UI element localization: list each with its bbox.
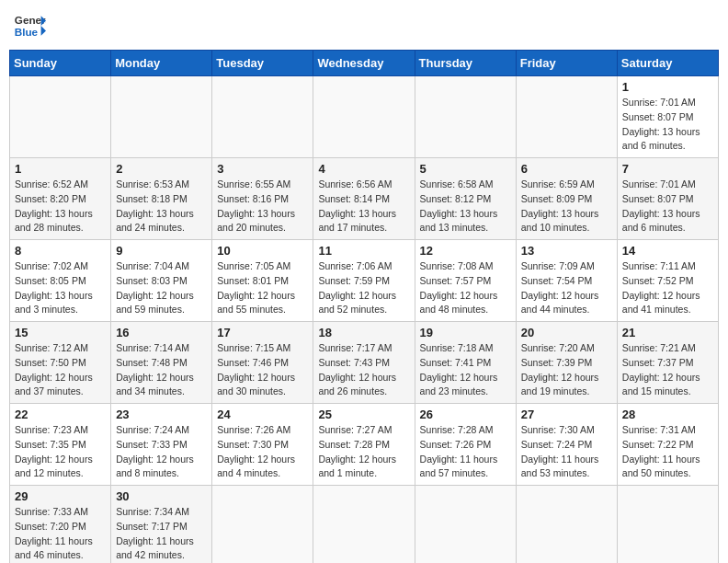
calendar-cell	[313, 486, 415, 564]
day-info: Sunrise: 7:12 AMSunset: 7:50 PMDaylight:…	[15, 341, 106, 399]
calendar-cell: 6 Sunrise: 6:59 AMSunset: 8:09 PMDayligh…	[516, 158, 617, 240]
calendar-cell: 7 Sunrise: 7:01 AMSunset: 8:07 PMDayligh…	[617, 158, 718, 240]
calendar-week-0: 1 Sunrise: 7:01 AMSunset: 8:07 PMDayligh…	[10, 76, 719, 158]
calendar-cell: 18 Sunrise: 7:17 AMSunset: 7:43 PMDaylig…	[313, 322, 415, 404]
calendar-cell: 1 Sunrise: 7:01 AMSunset: 8:07 PMDayligh…	[617, 76, 718, 158]
day-number: 11	[318, 244, 409, 258]
day-number: 18	[318, 326, 409, 339]
calendar-cell	[617, 486, 718, 564]
calendar-week-4: 22 Sunrise: 7:23 AMSunset: 7:35 PMDaylig…	[10, 404, 719, 486]
day-info: Sunrise: 6:58 AMSunset: 8:12 PMDaylight:…	[420, 178, 511, 236]
day-number: 15	[15, 326, 106, 339]
calendar-cell: 10 Sunrise: 7:05 AMSunset: 8:01 PMDaylig…	[212, 240, 313, 322]
calendar-cell: 19 Sunrise: 7:18 AMSunset: 7:41 PMDaylig…	[415, 322, 516, 404]
calendar-week-2: 8 Sunrise: 7:02 AMSunset: 8:05 PMDayligh…	[10, 240, 719, 322]
day-number: 25	[318, 408, 409, 421]
day-number: 13	[521, 244, 612, 258]
day-info: Sunrise: 7:06 AMSunset: 7:59 PMDaylight:…	[318, 259, 409, 317]
day-number: 8	[15, 244, 106, 258]
calendar-cell: 22 Sunrise: 7:23 AMSunset: 7:35 PMDaylig…	[10, 404, 111, 486]
day-number: 1	[15, 162, 106, 176]
day-number: 21	[622, 326, 713, 339]
day-info: Sunrise: 7:04 AMSunset: 8:03 PMDaylight:…	[116, 259, 207, 317]
day-info: Sunrise: 7:26 AMSunset: 7:30 PMDaylight:…	[217, 423, 308, 481]
day-number: 5	[420, 162, 511, 176]
calendar-cell: 17 Sunrise: 7:15 AMSunset: 7:46 PMDaylig…	[212, 322, 313, 404]
calendar-week-1: 1 Sunrise: 6:52 AMSunset: 8:20 PMDayligh…	[10, 158, 719, 240]
dow-header-sunday: Sunday	[10, 51, 111, 76]
calendar-cell: 25 Sunrise: 7:27 AMSunset: 7:28 PMDaylig…	[313, 404, 415, 486]
calendar-cell	[415, 76, 516, 158]
day-info: Sunrise: 7:09 AMSunset: 7:54 PMDaylight:…	[521, 259, 612, 317]
calendar-cell: 27 Sunrise: 7:30 AMSunset: 7:24 PMDaylig…	[516, 404, 617, 486]
day-number: 16	[116, 326, 207, 339]
day-number: 4	[318, 162, 409, 176]
day-number: 2	[116, 162, 207, 176]
calendar-cell	[516, 486, 617, 564]
calendar-cell: 23 Sunrise: 7:24 AMSunset: 7:33 PMDaylig…	[111, 404, 212, 486]
page-header: General Blue	[9, 9, 719, 42]
day-info: Sunrise: 7:18 AMSunset: 7:41 PMDaylight:…	[420, 341, 511, 399]
day-info: Sunrise: 7:34 AMSunset: 7:17 PMDaylight:…	[116, 505, 207, 563]
logo-icon: General Blue	[13, 9, 46, 42]
day-number: 12	[420, 244, 511, 258]
day-info: Sunrise: 7:24 AMSunset: 7:33 PMDaylight:…	[116, 423, 207, 481]
dow-header-tuesday: Tuesday	[212, 51, 313, 76]
day-info: Sunrise: 6:52 AMSunset: 8:20 PMDaylight:…	[15, 178, 106, 236]
day-number: 3	[217, 162, 308, 176]
calendar-cell	[212, 486, 313, 564]
day-number: 30	[116, 489, 207, 503]
calendar-cell: 4 Sunrise: 6:56 AMSunset: 8:14 PMDayligh…	[313, 158, 415, 240]
day-info: Sunrise: 7:28 AMSunset: 7:26 PMDaylight:…	[420, 423, 511, 481]
calendar-cell	[516, 76, 617, 158]
day-number: 23	[116, 408, 207, 421]
day-info: Sunrise: 7:21 AMSunset: 7:37 PMDaylight:…	[622, 341, 713, 399]
day-number: 22	[15, 408, 106, 421]
day-info: Sunrise: 6:56 AMSunset: 8:14 PMDaylight:…	[318, 178, 409, 236]
day-number: 26	[420, 408, 511, 421]
day-number: 10	[217, 244, 308, 258]
dow-header-saturday: Saturday	[617, 51, 718, 76]
day-number: 14	[622, 244, 713, 258]
calendar-cell: 3 Sunrise: 6:55 AMSunset: 8:16 PMDayligh…	[212, 158, 313, 240]
calendar-cell	[212, 76, 313, 158]
calendar-cell	[415, 486, 516, 564]
calendar-cell: 30 Sunrise: 7:34 AMSunset: 7:17 PMDaylig…	[111, 486, 212, 564]
day-info: Sunrise: 7:15 AMSunset: 7:46 PMDaylight:…	[217, 341, 308, 399]
day-number: 29	[15, 489, 106, 503]
dow-header-wednesday: Wednesday	[313, 51, 415, 76]
day-info: Sunrise: 6:55 AMSunset: 8:16 PMDaylight:…	[217, 178, 308, 236]
day-info: Sunrise: 7:17 AMSunset: 7:43 PMDaylight:…	[318, 341, 409, 399]
day-info: Sunrise: 7:27 AMSunset: 7:28 PMDaylight:…	[318, 423, 409, 481]
calendar-table: SundayMondayTuesdayWednesdayThursdayFrid…	[9, 50, 719, 563]
day-info: Sunrise: 7:20 AMSunset: 7:39 PMDaylight:…	[521, 341, 612, 399]
calendar-cell	[111, 76, 212, 158]
day-info: Sunrise: 7:01 AMSunset: 8:07 PMDaylight:…	[622, 178, 713, 236]
day-number: 24	[217, 408, 308, 421]
day-number: 7	[622, 162, 713, 176]
calendar-cell	[10, 76, 111, 158]
day-number: 1	[622, 80, 713, 94]
day-info: Sunrise: 7:02 AMSunset: 8:05 PMDaylight:…	[15, 259, 106, 317]
dow-header-friday: Friday	[516, 51, 617, 76]
calendar-cell: 11 Sunrise: 7:06 AMSunset: 7:59 PMDaylig…	[313, 240, 415, 322]
day-info: Sunrise: 7:08 AMSunset: 7:57 PMDaylight:…	[420, 259, 511, 317]
calendar-cell: 1 Sunrise: 6:52 AMSunset: 8:20 PMDayligh…	[10, 158, 111, 240]
day-number: 20	[521, 326, 612, 339]
calendar-cell: 15 Sunrise: 7:12 AMSunset: 7:50 PMDaylig…	[10, 322, 111, 404]
day-number: 17	[217, 326, 308, 339]
calendar-week-5: 29 Sunrise: 7:33 AMSunset: 7:20 PMDaylig…	[10, 486, 719, 564]
day-number: 28	[622, 408, 713, 421]
day-info: Sunrise: 7:11 AMSunset: 7:52 PMDaylight:…	[622, 259, 713, 317]
day-number: 19	[420, 326, 511, 339]
calendar-cell: 26 Sunrise: 7:28 AMSunset: 7:26 PMDaylig…	[415, 404, 516, 486]
calendar-cell: 29 Sunrise: 7:33 AMSunset: 7:20 PMDaylig…	[10, 486, 111, 564]
day-info: Sunrise: 6:53 AMSunset: 8:18 PMDaylight:…	[116, 178, 207, 236]
day-number: 9	[116, 244, 207, 258]
dow-header-monday: Monday	[111, 51, 212, 76]
calendar-cell: 13 Sunrise: 7:09 AMSunset: 7:54 PMDaylig…	[516, 240, 617, 322]
calendar-cell: 20 Sunrise: 7:20 AMSunset: 7:39 PMDaylig…	[516, 322, 617, 404]
svg-text:Blue: Blue	[15, 26, 39, 38]
dow-header-thursday: Thursday	[415, 51, 516, 76]
day-info: Sunrise: 7:30 AMSunset: 7:24 PMDaylight:…	[521, 423, 612, 481]
